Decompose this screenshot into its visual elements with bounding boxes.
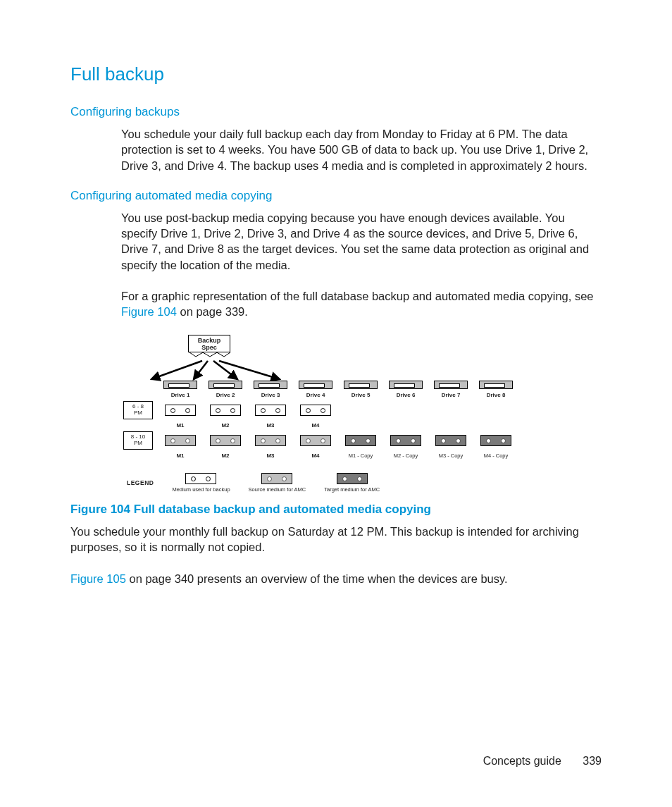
- media-label: M2: [221, 422, 229, 429]
- tape-icon: [255, 405, 286, 416]
- arrow-row: [12, 359, 406, 381]
- figure-link[interactable]: Figure 105: [70, 572, 126, 585]
- figure-link[interactable]: Figure 104: [121, 305, 177, 318]
- tape-icon: [300, 435, 331, 446]
- media-label: M1 - Copy: [349, 452, 373, 459]
- media-label: M2: [221, 452, 229, 459]
- tape-icon: [210, 435, 241, 446]
- drive-icon: [344, 381, 378, 389]
- drive-icon: [209, 381, 242, 389]
- drive-label: Drive 5: [351, 392, 371, 398]
- svg-line-0: [151, 361, 202, 379]
- text-run: on page 339.: [177, 305, 248, 318]
- drive-label: Drive 8: [487, 392, 506, 398]
- tape-icon: [390, 435, 421, 446]
- figure-104: Backup Spec: [121, 335, 516, 493]
- page-title: Full backup: [70, 63, 602, 85]
- drive-label: Drive 4: [306, 392, 325, 398]
- drive-label: Drive 3: [261, 392, 280, 398]
- figure-caption: Figure 104 Full database backup and auto…: [70, 503, 602, 517]
- svg-line-3: [219, 361, 280, 379]
- media-label: M3: [266, 452, 274, 459]
- body-text: Figure 105 on page 340 presents an overv…: [70, 571, 602, 586]
- tape-icon: [337, 473, 368, 484]
- tape-icon: [185, 473, 216, 484]
- page-footer: Concepts guide 339: [483, 755, 602, 768]
- document-page: Full backup Configuring backups You sche…: [0, 0, 672, 807]
- drive-icon: [254, 381, 287, 389]
- drive-icon: [299, 381, 332, 389]
- footer-label: Concepts guide: [483, 755, 561, 767]
- drive-icon: [389, 381, 423, 389]
- tape-icon: [480, 435, 511, 446]
- tape-icon: [300, 405, 331, 416]
- tape-icon: [345, 435, 376, 446]
- media-label: M2 - Copy: [394, 452, 418, 459]
- drive-label: Drive 7: [442, 392, 461, 398]
- media-label: M4 - Copy: [484, 452, 509, 459]
- section-heading-configuring-backups: Configuring backups: [70, 105, 602, 119]
- media-label: M4: [311, 422, 319, 429]
- body-text: You schedule your monthly full backup on…: [70, 524, 602, 555]
- page-number: 339: [583, 755, 602, 767]
- figure-legend: LEGEND Medium used for backup Source med…: [127, 473, 516, 493]
- spec-tear-edge: [189, 352, 230, 357]
- backup-spec-box: Backup Spec: [188, 335, 230, 352]
- tape-icon: [210, 405, 241, 416]
- legend-item: Source medium for AMC: [249, 473, 306, 493]
- legend-text: Source medium for AMC: [249, 486, 306, 493]
- media-label: M3 - Copy: [439, 452, 463, 459]
- tape-icon: [165, 435, 196, 446]
- drive-icon: [479, 381, 513, 389]
- time-slot: 8 - 10 PM: [123, 431, 153, 450]
- drive-label: Drive 1: [171, 392, 190, 398]
- drive-grid: Drive 1 Drive 2 Drive 3 Drive 4 Drive 5 …: [121, 381, 516, 459]
- tape-icon: [255, 435, 286, 446]
- text-run: on page 340 presents an overview of the …: [126, 572, 508, 585]
- media-label: M1: [176, 452, 184, 459]
- drive-icon: [434, 381, 468, 389]
- drive-label: Drive 2: [216, 392, 235, 398]
- body-text: For a graphic representation of the full…: [121, 288, 602, 320]
- legend-text: Medium used for backup: [172, 486, 230, 493]
- tape-icon: [435, 435, 466, 446]
- section-heading-configuring-amc: Configuring automated media copying: [70, 189, 602, 203]
- media-label: M1: [176, 422, 184, 429]
- legend-heading: LEGEND: [127, 479, 154, 486]
- text-run: For a graphic representation of the full…: [121, 290, 594, 302]
- drive-label: Drive 6: [397, 392, 416, 398]
- body-text: You use post-backup media copying becaus…: [121, 210, 602, 273]
- body-text: You schedule your daily full backup each…: [121, 126, 602, 173]
- legend-item: Medium used for backup: [172, 473, 230, 493]
- media-label: M3: [266, 422, 274, 429]
- drive-icon: [163, 381, 197, 389]
- legend-item: Target medium for AMC: [324, 473, 380, 493]
- time-slot: 6 - 8 PM: [123, 401, 153, 419]
- tape-icon: [261, 473, 292, 484]
- media-label: M4: [311, 452, 319, 459]
- legend-text: Target medium for AMC: [324, 486, 380, 493]
- tape-icon: [165, 405, 196, 416]
